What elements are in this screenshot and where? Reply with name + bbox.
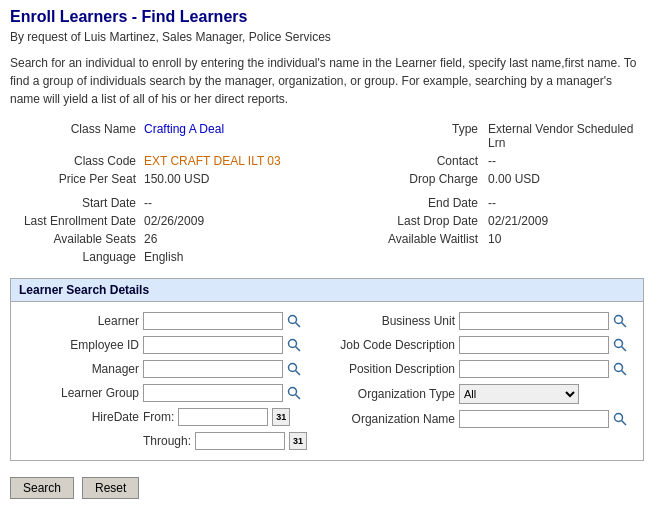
drop-charge-label: Drop Charge [354,170,484,188]
employee-id-row: Employee ID [19,336,319,354]
position-input[interactable] [459,360,609,378]
learner-group-input[interactable] [143,384,283,402]
page-subtitle: By request of Luis Martinez, Sales Manag… [10,30,644,44]
learner-search-icon[interactable] [287,314,301,328]
button-row: Search Reset [10,473,644,503]
language-value: English [140,248,354,266]
job-code-search-icon[interactable] [613,338,627,352]
business-unit-label: Business Unit [335,314,455,328]
hiredate-through-calendar-button[interactable]: 31 [289,432,307,450]
last-drop-value: 02/21/2009 [484,212,644,230]
price-value: 150.00 USD [140,170,354,188]
employee-id-search-icon[interactable] [287,338,301,352]
svg-line-5 [296,371,301,376]
class-name-link[interactable]: Crafting A Deal [144,122,224,136]
type-label: Type [354,120,484,152]
page-title: Enroll Learners - Find Learners [10,8,644,26]
calendar-icon: 31 [276,412,286,422]
search-section: Learner Search Details Learner [10,278,644,461]
class-info-table: Class Name Crafting A Deal Type External… [10,120,644,266]
hiredate-through-row: Through: 31 [19,432,319,450]
business-unit-search-icon[interactable] [613,314,627,328]
svg-line-1 [296,323,301,328]
class-code-label: Class Code [10,152,140,170]
org-type-label: Organization Type [335,387,455,401]
position-row: Position Description [335,360,635,378]
end-date-label: End Date [354,194,484,212]
calendar-icon-through: 31 [293,436,303,446]
learner-input[interactable] [143,312,283,330]
class-name-value: Crafting A Deal [140,120,354,152]
through-label: Through: [143,434,191,448]
org-name-search-icon[interactable] [613,412,627,426]
hiredate-from-input[interactable] [178,408,268,426]
job-code-label: Job Code Description [335,338,455,352]
language-label: Language [10,248,140,266]
last-drop-label: Last Drop Date [354,212,484,230]
svg-point-6 [289,388,297,396]
hiredate-label: HireDate [19,410,139,424]
manager-label: Manager [19,362,139,376]
learner-label: Learner [19,314,139,328]
manager-search-icon[interactable] [287,362,301,376]
learner-row: Learner [19,312,319,330]
reset-button[interactable]: Reset [82,477,139,499]
job-code-row: Job Code Description [335,336,635,354]
start-date-label: Start Date [10,194,140,212]
svg-line-3 [296,347,301,352]
business-unit-row: Business Unit [335,312,635,330]
hiredate-from-row: HireDate From: 31 [19,408,319,426]
svg-point-2 [289,340,297,348]
job-code-input[interactable] [459,336,609,354]
svg-line-9 [622,323,627,328]
from-label: From: [143,410,174,424]
available-seats-value: 26 [140,230,354,248]
svg-point-0 [289,316,297,324]
learner-group-label: Learner Group [19,386,139,400]
org-name-row: Organization Name [335,410,635,428]
class-name-label: Class Name [10,120,140,152]
contact-label: Contact [354,152,484,170]
type-value: External Vendor Scheduled Lrn [484,120,644,152]
available-seats-label: Available Seats [10,230,140,248]
org-name-input[interactable] [459,410,609,428]
available-waitlist-value: 10 [484,230,644,248]
price-label: Price Per Seat [10,170,140,188]
svg-line-7 [296,395,301,400]
manager-input[interactable] [143,360,283,378]
search-section-header: Learner Search Details [11,279,643,302]
position-search-icon[interactable] [613,362,627,376]
employee-id-input[interactable] [143,336,283,354]
class-code-value: EXT CRAFT DEAL ILT 03 [140,152,354,170]
hiredate-through-input[interactable] [195,432,285,450]
svg-point-14 [615,414,623,422]
svg-point-10 [615,340,623,348]
last-enrollment-value: 02/26/2009 [140,212,354,230]
svg-line-13 [622,371,627,376]
hiredate-from-calendar-button[interactable]: 31 [272,408,290,426]
search-button[interactable]: Search [10,477,74,499]
drop-charge-value: 0.00 USD [484,170,644,188]
employee-id-label: Employee ID [19,338,139,352]
learner-group-row: Learner Group [19,384,319,402]
start-date-value: -- [140,194,354,212]
org-type-select[interactable]: All [459,384,579,404]
svg-line-11 [622,347,627,352]
svg-point-8 [615,316,623,324]
org-type-row: Organization Type All [335,384,635,404]
last-enrollment-label: Last Enrollment Date [10,212,140,230]
business-unit-input[interactable] [459,312,609,330]
svg-line-15 [622,421,627,426]
page-description: Search for an individual to enroll by en… [10,54,644,108]
manager-row: Manager [19,360,319,378]
available-waitlist-label: Available Waitlist [354,230,484,248]
contact-value: -- [484,152,644,170]
position-label: Position Description [335,362,455,376]
end-date-value: -- [484,194,644,212]
svg-point-4 [289,364,297,372]
learner-group-search-icon[interactable] [287,386,301,400]
svg-point-12 [615,364,623,372]
org-name-label: Organization Name [335,412,455,426]
